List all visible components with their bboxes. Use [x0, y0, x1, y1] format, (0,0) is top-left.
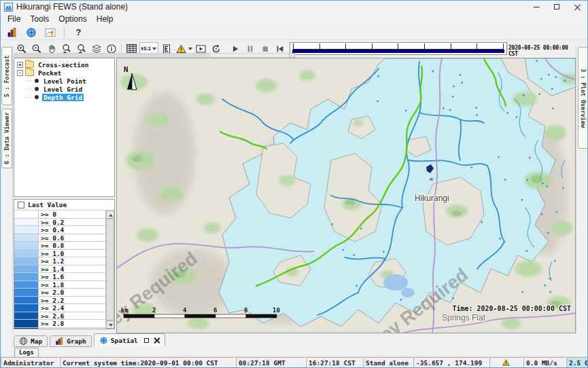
help-button[interactable]: ?: [71, 25, 86, 39]
scroll-up-button[interactable]: [106, 210, 114, 219]
tree-item-label: Cross-section: [37, 61, 90, 69]
svg-text:8: 8: [244, 307, 247, 314]
legend-row[interactable]: >= 2.2: [14, 297, 114, 305]
legend-row[interactable]: >= 0.8: [14, 242, 114, 250]
expand-icon[interactable]: +: [17, 62, 23, 68]
maximize-panel-button[interactable]: [144, 338, 149, 343]
explorer-button[interactable]: [5, 25, 19, 39]
time-slider-range-bar: [292, 50, 504, 53]
legend-row[interactable]: >= 1.0: [14, 250, 114, 258]
bar-chart-icon: [55, 337, 64, 346]
legend-color-swatch: [14, 257, 39, 265]
tab-data-viewer[interactable]: 6 : Data Viewer: [1, 109, 12, 168]
main-toolbar: ?: [1, 25, 587, 40]
legend-threshold-label: >= 1.6: [39, 273, 64, 280]
toolbar-scroll-left-button[interactable]: [289, 53, 295, 58]
legend-row[interactable]: >= 2.6: [14, 312, 114, 320]
legend-list: >= 0>= 0.2>= 0.4>= 0.6>= 0.8>= 1.0>= 1.2…: [14, 210, 114, 329]
tab-graph[interactable]: Graph: [50, 335, 92, 347]
tab-plot-overview[interactable]: 3 : Plot Overview: [578, 47, 588, 149]
tab-map[interactable]: Map: [14, 335, 48, 347]
legend-row[interactable]: >= 2.0: [14, 289, 114, 297]
tree-item-level-grid[interactable]: Level Grid: [14, 85, 114, 93]
menu-bar: FileToolsOptionsHelp: [1, 13, 587, 25]
time-series-button[interactable]: [43, 25, 57, 39]
tab-spatial[interactable]: Spatial: [94, 333, 165, 347]
logs-button[interactable]: Logs: [14, 348, 39, 357]
legend-row[interactable]: >= 1.8: [14, 281, 114, 289]
wire-globe-icon: [19, 337, 28, 346]
legend-scrollbar-thumb[interactable]: [106, 219, 114, 320]
node-bullet-icon: [35, 87, 39, 91]
collapse-icon[interactable]: -: [17, 70, 23, 76]
tree-item-depth-grid[interactable]: Depth Grid: [14, 93, 114, 101]
menu-options[interactable]: Options: [54, 14, 91, 24]
status-download-speed: 0.0 MB/s: [523, 357, 566, 368]
tree-item-pocket[interactable]: -Pocket: [14, 69, 114, 77]
menu-tools[interactable]: Tools: [25, 14, 54, 24]
stop-icon: [260, 44, 270, 54]
right-tab-strip: 3 : Plot Overview: [576, 45, 588, 333]
tree-item-level-point[interactable]: Level Point: [14, 77, 114, 85]
legend-row[interactable]: >= 2.8: [14, 320, 114, 328]
menu-file[interactable]: File: [3, 14, 25, 24]
legend-color-swatch: [14, 265, 39, 273]
last-value-label: Last Value: [28, 201, 67, 208]
svg-text:N: N: [124, 65, 128, 74]
legend-row[interactable]: >= 3.0: [14, 328, 114, 329]
legend-row[interactable]: >= 1.2: [14, 257, 114, 265]
status-gmt-time: 08:27:18 GMT: [236, 357, 305, 368]
close-panel-button[interactable]: [154, 337, 160, 344]
status-system-time: Current system time:2020-09-01 00:00 CST: [60, 357, 235, 368]
globe-icon: [26, 27, 37, 38]
menu-help[interactable]: Help: [92, 14, 118, 24]
legend-scrollbar[interactable]: [105, 210, 114, 329]
legend-row[interactable]: >= 0: [14, 210, 114, 219]
last-value-checkbox[interactable]: [18, 202, 24, 208]
bar-chart-icon: [7, 27, 18, 38]
current-display-time: 2020-08-25 00:00:00 CST: [508, 45, 576, 57]
chevron-down-icon: [152, 48, 156, 50]
chevron-down-icon: [188, 48, 192, 50]
window-title: Hikurangi FEWS (Stand alone): [16, 2, 128, 12]
legend-threshold-label: >= 0.2: [39, 219, 64, 226]
app-logo-icon: [4, 3, 13, 12]
legend-row[interactable]: >= 2.4: [14, 304, 114, 312]
legend-color-swatch: [14, 273, 39, 280]
svg-text:10: 10: [273, 307, 280, 314]
scroll-down-button[interactable]: [106, 320, 114, 329]
legend-threshold-label: >= 0.4: [39, 226, 64, 234]
application-window: Hikurangi FEWS (Stand alone) FileToolsOp…: [0, 0, 588, 368]
toolbar-separator: [64, 27, 65, 38]
maximize-button[interactable]: [547, 1, 567, 13]
legend-row[interactable]: >= 0.4: [14, 226, 114, 234]
toolbar-scrollbar-thumb[interactable]: [14, 54, 210, 57]
legend-color-swatch: [14, 312, 39, 320]
svg-text:km: km: [121, 307, 128, 314]
time-slider[interactable]: [290, 42, 507, 55]
legend-row[interactable]: >= 1.6: [14, 273, 114, 281]
status-local-time: 16:27:18 CST: [306, 357, 362, 368]
map-display-button[interactable]: [24, 25, 38, 39]
legend-row[interactable]: >= 0.6: [14, 234, 114, 242]
title-bar[interactable]: Hikurangi FEWS (Stand alone): [1, 1, 587, 13]
map-canvas[interactable]: API Key Required API Key Required Hikura…: [116, 58, 576, 333]
skip-start-icon: [275, 44, 285, 54]
node-bullet-icon: [35, 95, 39, 99]
tree-item-label: Level Point: [42, 77, 88, 85]
minimize-button[interactable]: [526, 1, 547, 13]
legend-row[interactable]: >= 0.2: [14, 219, 114, 227]
svg-text:6: 6: [213, 307, 217, 314]
toolbar-scrollbar[interactable]: [14, 53, 295, 58]
status-mode: Stand alone: [363, 357, 413, 368]
legend-color-swatch: [14, 210, 39, 218]
status-warning[interactable]: [489, 357, 523, 368]
legend-threshold-label: >= 2.0: [39, 289, 64, 296]
town-marker: [430, 178, 433, 181]
legend-row[interactable]: >= 1.4: [14, 265, 114, 274]
tab-forecast[interactable]: 5 : Forecast: [1, 47, 12, 105]
globe-icon: [99, 336, 108, 345]
legend-threshold-label: >= 1.4: [39, 265, 64, 273]
close-button[interactable]: [567, 1, 587, 13]
folder-icon: [25, 69, 34, 76]
